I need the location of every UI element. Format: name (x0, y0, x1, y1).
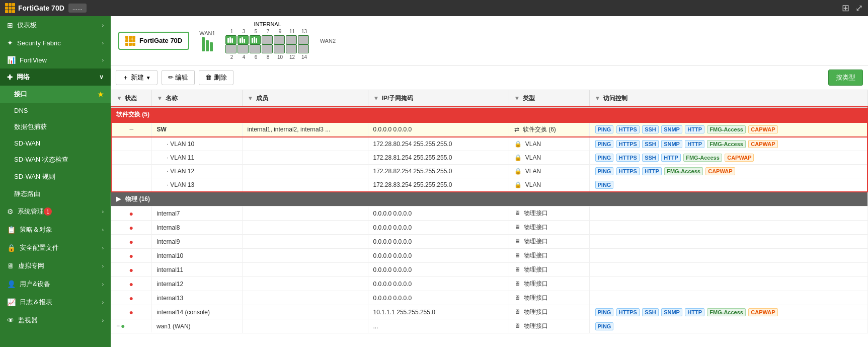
system-badge: 1 (44, 207, 52, 216)
access-http-14: HTTP (685, 308, 704, 316)
wan1-row-name: wan1 (WAN) (151, 319, 242, 333)
access-fmg-v11: FMG-Access (683, 154, 722, 162)
table-row-internal12[interactable]: ● internal12 0.0.0.0 0.0.0.0 🖥 物理接口 (111, 277, 867, 291)
int11-members (242, 263, 368, 277)
filter-icon-members: ▼ (248, 95, 254, 102)
int10-status: ● (111, 249, 151, 263)
int8-ip: 0.0.0.0 0.0.0.0 (368, 221, 509, 235)
col-type[interactable]: ▼ 类型 (509, 90, 589, 107)
sidebar-item-interface[interactable]: 接口 ★ (0, 86, 111, 103)
int14-status: ● (111, 305, 151, 319)
filter-button[interactable]: 按类型 (828, 70, 863, 86)
sw-ip: 0.0.0.0 0.0.0.0 (368, 122, 509, 137)
col-access[interactable]: ▼ 访问控制 (589, 90, 867, 107)
sidebar-label-monitor: 监视器 (18, 316, 38, 325)
sidebar-item-policy[interactable]: 📋 策略＆对象 › (0, 221, 111, 239)
table-row-internal10[interactable]: ● internal10 0.0.0.0 0.0.0.0 🖥 物理接口 (111, 249, 867, 263)
table-row-wan1[interactable]: − ● wan1 (WAN) ... 🖥 物理接口 PING (111, 319, 867, 333)
int11-ip: 0.0.0.0 0.0.0.0 (368, 263, 509, 277)
device-box: FortiGate 70D (118, 32, 189, 50)
vlan12-type-icon: 🔒 (514, 168, 522, 175)
wan2-label: WAN2 (320, 38, 336, 44)
table-row-internal7[interactable]: ● internal7 0.0.0.0 0.0.0.0 🖥 物理接口 (111, 206, 867, 221)
sidebar-item-users[interactable]: 👤 用户&设备 › (0, 275, 111, 293)
port-4 (238, 44, 249, 53)
sidebar-item-dns[interactable]: DNS (0, 103, 111, 118)
sidebar-item-static-route[interactable]: 静态路由 (0, 185, 111, 202)
sidebar-item-fortiview[interactable]: 📊 FortiView › (0, 51, 111, 68)
sw-status: − (111, 122, 151, 137)
sidebar-item-logs[interactable]: 📈 日志＆报表 › (0, 293, 111, 311)
port-10 (274, 44, 285, 53)
port-11 (286, 35, 297, 44)
int7-access (589, 206, 867, 221)
col-status[interactable]: ▼ 状态 (111, 90, 151, 107)
edit-button[interactable]: ✏ 编辑 (162, 70, 195, 85)
col-ip[interactable]: ▼ IP/子网掩码 (368, 90, 509, 107)
vlan11-members (242, 151, 368, 165)
sidebar-item-sdwan[interactable]: SD-WAN (0, 135, 111, 151)
sidebar-item-security-fabric[interactable]: ✦ Security Fabric › (0, 34, 111, 51)
section-physical-expand[interactable]: ▶ (116, 195, 121, 202)
sidebar-section-network[interactable]: ✚ 网络 ∨ (0, 68, 111, 86)
svg-rect-7 (254, 37, 255, 43)
vlan11-type: 🔒 VLAN (509, 151, 589, 165)
terminal-icon[interactable]: ⊞ (842, 3, 849, 14)
maximize-icon[interactable]: ⤢ (855, 3, 863, 14)
sidebar-item-security-profile[interactable]: 🔒 安全配置文件 › (0, 239, 111, 257)
sidebar-item-packet-capture[interactable]: 数据包捕获 (0, 118, 111, 135)
vlan13-type-icon: 🔒 (514, 181, 522, 188)
vlan10-name: · VLAN 10 (151, 137, 242, 151)
port-8 (262, 44, 273, 53)
table-row-internal11[interactable]: ● internal11 0.0.0.0 0.0.0.0 🖥 物理接口 (111, 263, 867, 277)
col-members[interactable]: ▼ 成员 (242, 90, 368, 107)
table-row-internal8[interactable]: ● internal8 0.0.0.0 0.0.0.0 🖥 物理接口 (111, 221, 867, 235)
int12-members (242, 277, 368, 291)
int14-ip: 10.1.1.1 255.255.255.0 (368, 305, 509, 319)
table-row-vlan10[interactable]: · VLAN 10 172.28.80.254 255.255.255.0 🔒 … (111, 137, 867, 151)
access-ssh-v10: SSH (642, 140, 659, 148)
wan1-row-ip: ... (368, 319, 509, 333)
sidebar-label-policy: 策略＆对象 (20, 225, 52, 234)
int7-members (242, 206, 368, 221)
table-row-internal9[interactable]: ● internal9 0.0.0.0 0.0.0.0 🖥 物理接口 (111, 235, 867, 249)
interface-table: ▼ 状态 ▼ 名称 ▼ 成员 ▼ IP/子网掩码 (111, 90, 868, 333)
col-name[interactable]: ▼ 名称 (151, 90, 242, 107)
table-row-sw[interactable]: − SW internal1, internal2, internal3 ...… (111, 122, 867, 137)
chevron-system: › (102, 209, 104, 215)
int14-type-icon: 🖥 (514, 308, 520, 315)
sidebar-item-dashboard[interactable]: ⊞ 仪表板 › (0, 16, 111, 34)
sidebar-item-monitor[interactable]: 👁 监视器 › (0, 311, 111, 329)
status-red-icon-13: ● (129, 294, 133, 302)
access-fmg: FMG-Access (707, 125, 746, 133)
int11-name: internal11 (151, 263, 242, 277)
svg-rect-2 (231, 38, 233, 43)
sidebar-item-sdwan-rules[interactable]: SD-WAN 规则 (0, 168, 111, 185)
delete-button[interactable]: 🗑 删除 (199, 70, 233, 85)
table-row-vlan13[interactable]: · VLAN 13 172.28.83.254 255.255.255.0 🔒 … (111, 178, 867, 192)
wan1-collapse-icon[interactable]: − (116, 322, 120, 329)
chevron-icon-fv: › (102, 57, 104, 63)
table-row-vlan11[interactable]: · VLAN 11 172.28.81.254 255.255.255.0 🔒 … (111, 151, 867, 165)
access-http-v11: HTTP (661, 154, 681, 162)
port-3 (238, 35, 249, 44)
int9-type-icon: 🖥 (514, 238, 520, 245)
int11-access (589, 263, 867, 277)
new-button[interactable]: ＋ 新建 ▼ (116, 70, 157, 85)
wan1-label: WAN1 (199, 30, 215, 36)
int13-ip: 0.0.0.0 0.0.0.0 (368, 291, 509, 305)
sw-collapse-icon[interactable]: − (129, 125, 134, 133)
port-7 (262, 35, 273, 44)
chevron-users: › (102, 282, 104, 287)
table-row-internal13[interactable]: ● internal13 0.0.0.0 0.0.0.0 🖥 物理接口 (111, 291, 867, 305)
status-red-icon-14: ● (129, 308, 133, 316)
sidebar-item-sdwan-health[interactable]: SD-WAN 状态检查 (0, 151, 111, 168)
access-capwap-v10: CAPWAP (748, 140, 777, 148)
int13-members (242, 291, 368, 305)
table-row-vlan12[interactable]: · VLAN 12 172.28.82.254 255.255.255.0 🔒 … (111, 165, 867, 178)
sidebar-item-vpn[interactable]: 🖥 虚拟专网 › (0, 257, 111, 275)
table-row-internal14[interactable]: ● internal14 (console) 10.1.1.1 255.255.… (111, 305, 867, 319)
port-5 (250, 35, 261, 44)
sidebar-item-system[interactable]: ⚙ 系统管理 1 › (0, 202, 111, 221)
policy-icon: 📋 (7, 226, 16, 234)
